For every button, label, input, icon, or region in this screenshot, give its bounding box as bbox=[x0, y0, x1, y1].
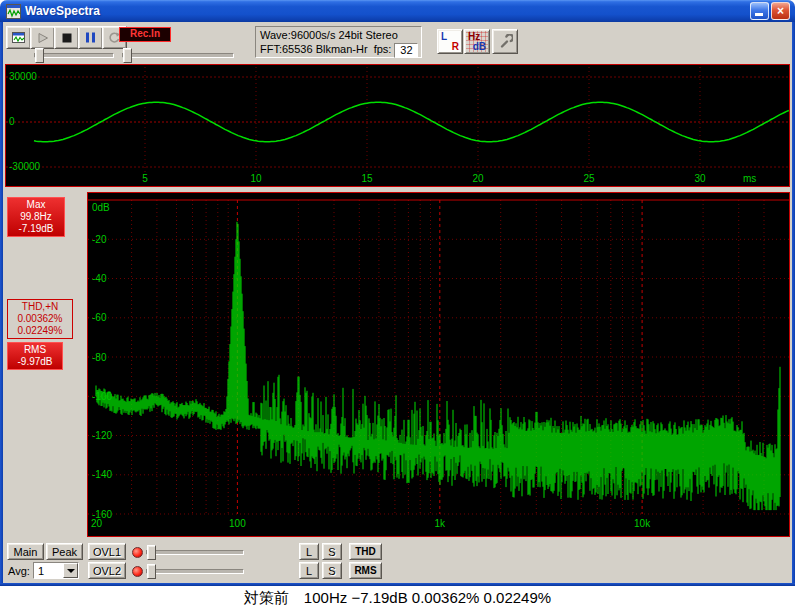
max-frequency: 99.8Hz bbox=[8, 211, 64, 223]
main-button[interactable]: Main bbox=[7, 543, 44, 560]
ovl2-slider-thumb[interactable] bbox=[147, 564, 156, 579]
waveform-chart: 300000-3000051015202530ms bbox=[6, 65, 789, 186]
svg-text:1k: 1k bbox=[435, 518, 447, 529]
avg-select[interactable]: 1 bbox=[33, 562, 79, 579]
ovl1-led bbox=[132, 547, 143, 558]
thd-title: THD,+N bbox=[8, 301, 72, 313]
svg-text:30000: 30000 bbox=[9, 71, 37, 82]
svg-text:-30000: -30000 bbox=[9, 161, 41, 172]
close-button[interactable]: × bbox=[771, 2, 790, 20]
avg-dropdown-button[interactable] bbox=[63, 563, 78, 578]
avg-value: 1 bbox=[38, 564, 44, 578]
wrench-icon bbox=[498, 34, 513, 49]
thd-meter: THD,+N 0.00362% 0.02249% bbox=[7, 299, 73, 339]
svg-text:10: 10 bbox=[250, 173, 262, 184]
svg-text:-20: -20 bbox=[92, 234, 107, 245]
l-button-row2[interactable]: L bbox=[299, 562, 319, 579]
open-file-icon bbox=[11, 31, 26, 44]
pause-icon bbox=[85, 32, 96, 43]
stop-button[interactable] bbox=[54, 26, 79, 49]
pause-button[interactable] bbox=[78, 26, 103, 49]
svg-text:25: 25 bbox=[583, 173, 595, 184]
db-label: dB bbox=[473, 41, 486, 52]
rms-title: RMS bbox=[8, 344, 62, 356]
spectrum-panel: 0dB-20-40-60-80-100-120-140-160201001k10… bbox=[87, 192, 790, 537]
svg-text:-40: -40 bbox=[92, 273, 107, 284]
svg-text:0dB: 0dB bbox=[92, 202, 110, 213]
input-level-slider[interactable] bbox=[122, 48, 234, 61]
play-icon bbox=[37, 32, 49, 44]
svg-text:10k: 10k bbox=[634, 518, 651, 529]
input-level-thumb[interactable] bbox=[123, 48, 132, 63]
channel-lr-button[interactable]: L R bbox=[437, 29, 463, 54]
minimize-icon bbox=[755, 13, 763, 16]
seek-slider[interactable] bbox=[34, 48, 114, 61]
l-button-row1[interactable]: L bbox=[299, 543, 319, 560]
svg-text:-80: -80 bbox=[92, 352, 107, 363]
svg-text:0: 0 bbox=[9, 116, 15, 127]
play-button[interactable] bbox=[30, 26, 55, 49]
settings-button[interactable] bbox=[492, 29, 518, 54]
wave-format-text: Wave:96000s/s 24bit Stereo bbox=[260, 28, 421, 42]
svg-text:5: 5 bbox=[142, 173, 148, 184]
window-border-left bbox=[0, 22, 3, 583]
max-meter: Max 99.8Hz -7.19dB bbox=[7, 197, 65, 237]
caption-text: 対策前 100Hz −7.19dB 0.00362% 0.02249% bbox=[0, 586, 795, 612]
ovl1-slider-thumb[interactable] bbox=[147, 545, 156, 560]
input-level-groove bbox=[122, 53, 234, 58]
svg-text:20: 20 bbox=[91, 518, 103, 529]
stop-icon bbox=[62, 33, 72, 43]
rms-value: -9.97dB bbox=[8, 356, 62, 368]
svg-text:ms: ms bbox=[743, 173, 756, 184]
fps-value: 32 bbox=[394, 43, 418, 58]
svg-text:100: 100 bbox=[229, 518, 246, 529]
rms-meter: RMS -9.97dB bbox=[7, 342, 63, 370]
peak-button[interactable]: Peak bbox=[46, 543, 83, 560]
spectrum-chart: 0dB-20-40-60-80-100-120-140-160201001k10… bbox=[88, 193, 789, 536]
titlebar[interactable]: WaveSpectra × bbox=[0, 0, 795, 22]
seek-slider-groove bbox=[34, 53, 114, 58]
svg-text:15: 15 bbox=[361, 173, 373, 184]
ovl1-slider[interactable] bbox=[146, 545, 244, 558]
minimize-button[interactable] bbox=[750, 2, 769, 20]
svg-text:20: 20 bbox=[472, 173, 484, 184]
fps-label: fps: bbox=[374, 43, 392, 55]
ovl2-button[interactable]: OVL2 bbox=[88, 562, 126, 579]
waveform-panel: 300000-3000051015202530ms bbox=[5, 64, 790, 187]
ovl2-slider-groove bbox=[146, 569, 244, 574]
app-icon bbox=[6, 4, 21, 19]
format-info-panel: Wave:96000s/s 24bit Stereo FFT:65536 Blk… bbox=[255, 26, 422, 58]
thd-button[interactable]: THD bbox=[349, 543, 382, 560]
screenshot-stage: WaveSpectra × bbox=[0, 0, 795, 612]
svg-text:-60: -60 bbox=[92, 312, 107, 323]
svg-text:30: 30 bbox=[694, 173, 706, 184]
fft-format-text: FFT:65536 Blkman-Hr bbox=[260, 43, 368, 55]
avg-label: Avg: bbox=[8, 565, 30, 577]
ovl1-button[interactable]: OVL1 bbox=[88, 543, 126, 560]
ovl1-slider-groove bbox=[146, 550, 244, 555]
s-button-row1[interactable]: S bbox=[322, 543, 342, 560]
channel-r-label: R bbox=[452, 41, 459, 52]
channel-l-label: L bbox=[441, 31, 447, 42]
thd-value-2: 0.02249% bbox=[8, 325, 72, 337]
svg-text:-100: -100 bbox=[92, 391, 112, 402]
svg-text:-140: -140 bbox=[92, 469, 112, 480]
app-window: WaveSpectra × bbox=[0, 0, 795, 586]
rec-in-indicator: Rec.In bbox=[119, 27, 171, 42]
chevron-down-icon bbox=[67, 569, 75, 573]
thd-value-1: 0.00362% bbox=[8, 313, 72, 325]
s-button-row2[interactable]: S bbox=[322, 562, 342, 579]
ovl2-slider[interactable] bbox=[146, 564, 244, 577]
ovl2-led bbox=[132, 566, 143, 577]
hz-db-scale-button[interactable]: Hz dB bbox=[464, 29, 490, 54]
svg-text:-120: -120 bbox=[92, 430, 112, 441]
rms-button[interactable]: RMS bbox=[349, 562, 382, 579]
open-button[interactable] bbox=[6, 26, 31, 49]
seek-slider-thumb[interactable] bbox=[35, 48, 44, 63]
max-level: -7.19dB bbox=[8, 223, 64, 235]
max-title: Max bbox=[8, 199, 64, 211]
fft-format-row: FFT:65536 Blkman-Hr fps:32 bbox=[260, 42, 421, 56]
window-title: WaveSpectra bbox=[25, 4, 748, 18]
